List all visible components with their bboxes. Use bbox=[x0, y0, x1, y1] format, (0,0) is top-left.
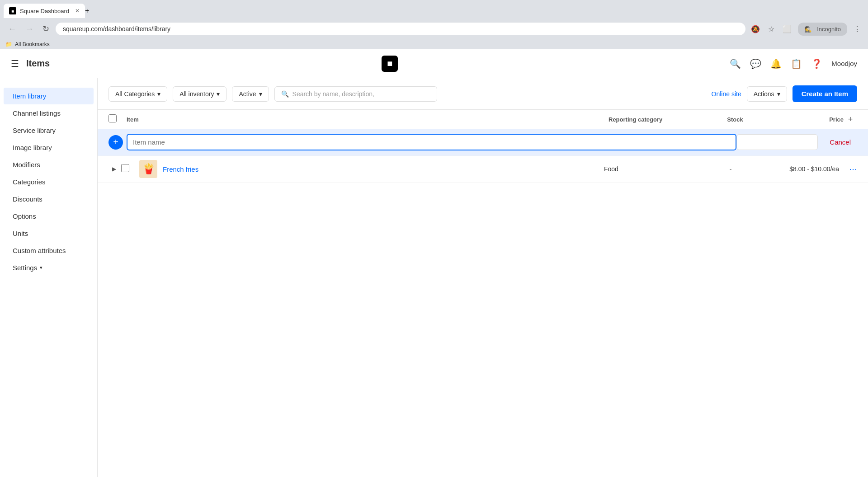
inventory-filter-button[interactable]: All inventory ▾ bbox=[173, 86, 226, 102]
expand-row-button[interactable]: ▶ bbox=[108, 164, 119, 174]
row-check-col bbox=[121, 164, 139, 174]
square-logo[interactable] bbox=[382, 56, 398, 72]
username[interactable]: Moodjoy bbox=[831, 60, 857, 67]
tab-close-button[interactable]: ✕ bbox=[75, 8, 80, 14]
item-more-options[interactable]: ⋯ bbox=[839, 164, 857, 174]
profile-icon[interactable]: ⬜ bbox=[781, 23, 793, 35]
search-box[interactable]: 🔍 Search by name, description, bbox=[274, 86, 437, 102]
sidebar-item-label-item-library: Item library bbox=[13, 92, 46, 100]
item-price-input[interactable] bbox=[736, 134, 818, 150]
sidebar-item-service-library[interactable]: Service library bbox=[4, 122, 94, 139]
nav-icons: 🔕 ☆ ⬜ 🕵 Incognito ⋮ bbox=[749, 23, 863, 36]
sidebar-item-categories[interactable]: Categories bbox=[4, 174, 94, 190]
sidebar: Item library Channel listings Service li… bbox=[0, 78, 98, 477]
search-box-icon: 🔍 bbox=[281, 90, 289, 98]
sidebar-item-label-service-library: Service library bbox=[13, 127, 56, 134]
sidebar-item-label-channel-listings: Channel listings bbox=[13, 109, 61, 117]
actions-chevron-icon: ▾ bbox=[777, 90, 780, 98]
col-stock-label: Stock bbox=[727, 116, 743, 123]
header-item-col: Item bbox=[127, 116, 609, 123]
new-item-row: + Cancel bbox=[98, 129, 868, 155]
col-price-label: Price bbox=[829, 116, 844, 123]
sidebar-item-label-categories: Categories bbox=[13, 178, 46, 186]
sidebar-item-modifiers[interactable]: Modifiers bbox=[4, 156, 94, 173]
search-icon[interactable]: 🔍 bbox=[730, 58, 741, 69]
sidebar-item-label-discounts: Discounts bbox=[13, 195, 42, 203]
row-checkbox[interactable] bbox=[121, 164, 129, 172]
header-price-col: Price bbox=[762, 116, 844, 123]
create-item-label: Create an Item bbox=[802, 90, 848, 98]
categories-filter-button[interactable]: All Categories ▾ bbox=[108, 86, 167, 102]
reload-button[interactable]: ↻ bbox=[40, 22, 52, 36]
sidebar-item-discounts[interactable]: Discounts bbox=[4, 191, 94, 207]
status-filter-button[interactable]: Active ▾ bbox=[232, 86, 269, 102]
tab-favicon bbox=[9, 7, 16, 14]
eye-slash-icon[interactable]: 🔕 bbox=[749, 23, 762, 35]
bookmarks-label: All Bookmarks bbox=[15, 41, 50, 47]
select-all-checkbox[interactable] bbox=[108, 114, 117, 122]
sidebar-item-options[interactable]: Options bbox=[4, 208, 94, 225]
item-price: $8.00 - $10.00/ea bbox=[758, 165, 839, 173]
sidebar-item-settings[interactable]: Settings ▾ bbox=[4, 259, 94, 276]
incognito-label: Incognito bbox=[815, 24, 843, 34]
table-row: ▶ 🍟 French fries Food - $8.00 - $10.00/e… bbox=[98, 155, 868, 183]
inventory-filter-label: All inventory bbox=[179, 90, 214, 98]
sidebar-item-label-options: Options bbox=[13, 212, 36, 220]
address-bar[interactable] bbox=[56, 23, 745, 35]
inventory-chevron-icon: ▾ bbox=[217, 90, 220, 98]
cancel-new-item-button[interactable]: Cancel bbox=[823, 135, 857, 150]
status-filter-label: Active bbox=[239, 90, 256, 98]
back-button[interactable]: ← bbox=[5, 23, 19, 36]
sidebar-item-units[interactable]: Units bbox=[4, 225, 94, 242]
col-item-label: Item bbox=[127, 116, 139, 123]
online-site-label: Online site bbox=[712, 90, 741, 98]
sidebar-item-custom-attributes[interactable]: Custom attributes bbox=[4, 242, 94, 259]
settings-chevron-icon: ▾ bbox=[40, 265, 42, 271]
hamburger-icon[interactable]: ☰ bbox=[11, 58, 19, 69]
cancel-label: Cancel bbox=[830, 138, 851, 146]
top-nav-right-icons: 🔍 💬 🔔 📋 ❓ Moodjoy bbox=[730, 58, 857, 69]
sidebar-item-image-library[interactable]: Image library bbox=[4, 139, 94, 156]
clipboard-icon[interactable]: 📋 bbox=[791, 58, 802, 69]
notification-icon[interactable]: 🔔 bbox=[770, 58, 782, 69]
help-icon[interactable]: ❓ bbox=[811, 58, 822, 69]
add-new-item-plus-icon: + bbox=[113, 137, 118, 147]
top-nav-center bbox=[50, 56, 730, 72]
item-reporting-category: Food bbox=[604, 165, 703, 173]
header-stock-col: Stock bbox=[708, 116, 762, 123]
more-options-icon[interactable]: ⋯ bbox=[849, 164, 857, 174]
chat-icon[interactable]: 💬 bbox=[750, 58, 761, 69]
actions-button[interactable]: Actions ▾ bbox=[747, 86, 787, 102]
star-icon[interactable]: ☆ bbox=[766, 23, 776, 35]
item-name[interactable]: French fries bbox=[163, 165, 604, 173]
sidebar-item-label-settings: Settings bbox=[13, 264, 37, 272]
content-area: All Categories ▾ All inventory ▾ Active … bbox=[98, 78, 868, 477]
actions-label: Actions bbox=[754, 90, 774, 98]
filter-bar: All Categories ▾ All inventory ▾ Active … bbox=[98, 78, 868, 110]
tab-title: Square Dashboard bbox=[20, 8, 69, 14]
online-site-button[interactable]: Online site bbox=[712, 90, 741, 98]
incognito-icon: 🕵 bbox=[802, 24, 813, 34]
browser-nav: ← → ↻ 🔕 ☆ ⬜ 🕵 Incognito ⋮ bbox=[0, 18, 868, 40]
item-thumbnail: 🍟 bbox=[139, 160, 157, 178]
tab-bar: Square Dashboard ✕ + bbox=[0, 0, 868, 18]
forward-button[interactable]: → bbox=[23, 23, 36, 36]
sidebar-item-label-custom-attributes: Custom attributes bbox=[13, 247, 66, 254]
categories-filter-label: All Categories bbox=[115, 90, 155, 98]
sidebar-item-item-library[interactable]: Item library bbox=[4, 88, 94, 104]
top-nav: ☰ Items 🔍 💬 🔔 📋 ❓ Moodjoy bbox=[0, 49, 868, 78]
create-item-button[interactable]: Create an Item bbox=[793, 85, 857, 102]
status-chevron-icon: ▾ bbox=[259, 90, 262, 98]
app-title: Items bbox=[26, 58, 50, 69]
table-header: Item Reporting category Stock Price + bbox=[98, 110, 868, 129]
bookmarks-bar: 📁 All Bookmarks bbox=[0, 40, 868, 49]
header-check-col bbox=[108, 114, 127, 124]
header-reporting-col: Reporting category bbox=[609, 116, 708, 123]
add-new-item-icon-button[interactable]: + bbox=[108, 135, 123, 150]
active-tab[interactable]: Square Dashboard ✕ bbox=[4, 4, 85, 18]
menu-dots-icon[interactable]: ⋮ bbox=[852, 23, 863, 35]
header-add-col[interactable]: + bbox=[844, 115, 857, 124]
item-name-input[interactable] bbox=[127, 134, 736, 150]
new-tab-button[interactable]: + bbox=[85, 7, 89, 15]
sidebar-item-channel-listings[interactable]: Channel listings bbox=[4, 105, 94, 122]
